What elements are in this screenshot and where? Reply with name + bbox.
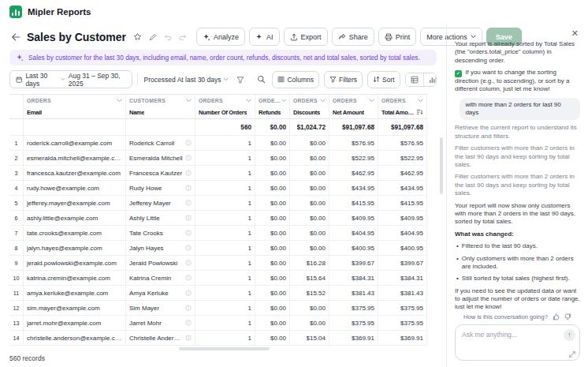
table-row[interactable]: 5jefferey.mayer@example.comJefferey Maye… bbox=[9, 196, 427, 211]
customer-info-icon[interactable] bbox=[185, 215, 192, 221]
table-view-button[interactable] bbox=[406, 73, 423, 86]
divider bbox=[137, 73, 138, 85]
customer-info-icon[interactable] bbox=[185, 185, 192, 191]
table-cell: $0.00 bbox=[255, 166, 290, 181]
back-button[interactable] bbox=[9, 31, 22, 43]
table-row[interactable]: 1roderick.carroll@example.comRoderick Ca… bbox=[9, 136, 427, 151]
column-header[interactable]: Number Of Orders bbox=[195, 106, 255, 119]
table-view-icon bbox=[411, 76, 419, 84]
rename-button[interactable] bbox=[147, 32, 158, 43]
table-cell: Jefferey Mayer bbox=[126, 196, 195, 211]
ai-summary-banner: Sales by customer for the last 30 days, … bbox=[9, 50, 437, 66]
column-header[interactable]: Name bbox=[126, 106, 195, 119]
table-row[interactable]: 9jerald.powlowski@example.comJerald Powl… bbox=[9, 256, 427, 271]
export-button[interactable]: Export bbox=[284, 28, 328, 46]
column-group-header[interactable]: CUSTOMERS bbox=[126, 95, 195, 106]
analyze-button[interactable]: Analyze bbox=[196, 28, 245, 46]
table-row[interactable]: 12sim.mayer@example.comSim Mayer1$0.00$0… bbox=[9, 301, 427, 316]
table-cell: $400.95 bbox=[378, 241, 427, 256]
column-header[interactable]: Discounts bbox=[290, 106, 329, 119]
ai-label: AI bbox=[266, 33, 274, 41]
vertical-scrollbar[interactable] bbox=[440, 137, 443, 194]
customer-info-icon[interactable] bbox=[185, 335, 192, 341]
customer-info-icon[interactable] bbox=[185, 245, 192, 251]
processed-at-filter[interactable]: Processed At last 30 days bbox=[143, 76, 231, 84]
customer-info-icon[interactable] bbox=[185, 200, 192, 206]
table-cell: 1 bbox=[195, 316, 255, 331]
print-button[interactable]: Print bbox=[378, 28, 417, 46]
thumbs-up-button[interactable] bbox=[553, 313, 560, 320]
ai-button[interactable]: AI bbox=[249, 28, 280, 46]
table-row[interactable]: 14christelle.anderson@example.comChriste… bbox=[9, 331, 427, 346]
column-group-header[interactable]: ORDERS bbox=[24, 95, 126, 106]
undo-button[interactable] bbox=[162, 32, 173, 43]
chart-view-button[interactable] bbox=[423, 73, 437, 86]
table-cell: jefferey.mayer@example.com bbox=[24, 196, 126, 211]
customer-info-icon[interactable] bbox=[185, 290, 192, 296]
horizontal-scrollbar[interactable] bbox=[179, 347, 270, 350]
sort-button[interactable]: Sort bbox=[367, 71, 400, 88]
date-range-control[interactable]: Last 30 days Aug 31 – Sep 30, 2025 bbox=[9, 70, 132, 88]
table-row[interactable]: 11amya.kerluke@example.comAmya Kerluke1$… bbox=[9, 286, 427, 301]
share-label: Share bbox=[349, 33, 368, 41]
redo-button[interactable] bbox=[177, 32, 188, 43]
table-cell: 1 bbox=[195, 196, 255, 211]
customer-info-icon[interactable] bbox=[185, 140, 192, 146]
expand-input-button[interactable] bbox=[569, 351, 575, 358]
table-cell: $16.28 bbox=[290, 256, 329, 271]
column-header[interactable]: Email bbox=[24, 106, 126, 119]
share-button[interactable]: Share bbox=[332, 28, 374, 46]
customer-info-icon[interactable] bbox=[185, 155, 192, 161]
table-row[interactable]: 2esmeralda.mitchell@example.comEsmeralda… bbox=[9, 151, 427, 166]
table-row[interactable]: 7tate.crooks@example.comTate Crooks1$0.0… bbox=[9, 226, 427, 241]
table-cell: 1 bbox=[195, 151, 255, 166]
customer-info-icon[interactable] bbox=[185, 230, 192, 236]
chevron-down-icon bbox=[117, 99, 122, 103]
table-row[interactable]: 13jarret.mohr@example.comJarret Mohr1$0.… bbox=[9, 316, 427, 331]
search-button[interactable] bbox=[255, 73, 267, 85]
table-row[interactable]: 10katrina.cremin@example.comKatrina Crem… bbox=[9, 271, 427, 286]
customer-info-icon[interactable] bbox=[185, 305, 192, 311]
table-cell: sim.mayer@example.com bbox=[24, 301, 126, 316]
column-header[interactable]: Refunds bbox=[255, 106, 290, 119]
send-button[interactable]: ↑ bbox=[564, 329, 575, 341]
customer-info-icon[interactable] bbox=[185, 320, 192, 326]
table-cell: $522.95 bbox=[378, 151, 427, 166]
favorite-button[interactable] bbox=[132, 31, 143, 43]
customer-info-icon[interactable] bbox=[185, 260, 192, 266]
table-cell: $0.00 bbox=[255, 271, 290, 286]
chat-input[interactable] bbox=[456, 325, 579, 360]
assistant-bullet: •Filtered to the last 90 days. bbox=[455, 242, 580, 250]
column-group-header[interactable]: ORDERS bbox=[378, 95, 427, 106]
customer-info-icon[interactable] bbox=[185, 275, 192, 281]
column-group-header[interactable]: ORDERS bbox=[329, 95, 378, 106]
thumbs-down-button[interactable] bbox=[564, 313, 571, 320]
table-cell: $0.00 bbox=[290, 196, 329, 211]
add-filter-button[interactable] bbox=[235, 74, 246, 85]
table-row[interactable]: 8jalyn.hayes@example.comJalyn Hayes1$0.0… bbox=[9, 241, 427, 256]
filters-button[interactable]: Filters bbox=[324, 71, 363, 88]
table-cell: $369.91 bbox=[329, 331, 378, 346]
record-count: 560 records bbox=[0, 351, 446, 367]
table-cell: 1 bbox=[195, 271, 255, 286]
sort-descending-icon[interactable] bbox=[416, 109, 423, 115]
column-group-header[interactable]: ORDERS bbox=[255, 95, 290, 106]
sort-label: Sort bbox=[382, 76, 395, 84]
arrow-up-icon: ↑ bbox=[568, 331, 571, 339]
table-row[interactable]: 3francesca.kautzer@example.comFrancesca … bbox=[9, 166, 427, 181]
table-row[interactable]: 6ashly.little@example.comAshly Little1$0… bbox=[9, 211, 427, 226]
table-cell: $15.52 bbox=[290, 286, 329, 301]
table-row[interactable]: 4rudy.howe@example.comRudy Howe1$0.00$0.… bbox=[9, 181, 427, 196]
row-number: 8 bbox=[9, 241, 24, 256]
row-number: 2 bbox=[9, 151, 24, 166]
summary-corner bbox=[9, 119, 24, 136]
table-cell: 1 bbox=[195, 286, 255, 301]
columns-button[interactable]: Columns bbox=[272, 71, 319, 88]
column-header[interactable]: Net Amount bbox=[329, 106, 378, 119]
column-header[interactable]: Total Amount bbox=[378, 106, 427, 119]
table-cell: 1 bbox=[195, 226, 255, 241]
column-group-header[interactable]: ORDERS bbox=[290, 95, 329, 106]
column-group-header[interactable]: ORDERS bbox=[195, 95, 255, 106]
customer-info-icon[interactable] bbox=[185, 170, 192, 176]
close-chat-button[interactable]: ✕ bbox=[570, 28, 580, 39]
